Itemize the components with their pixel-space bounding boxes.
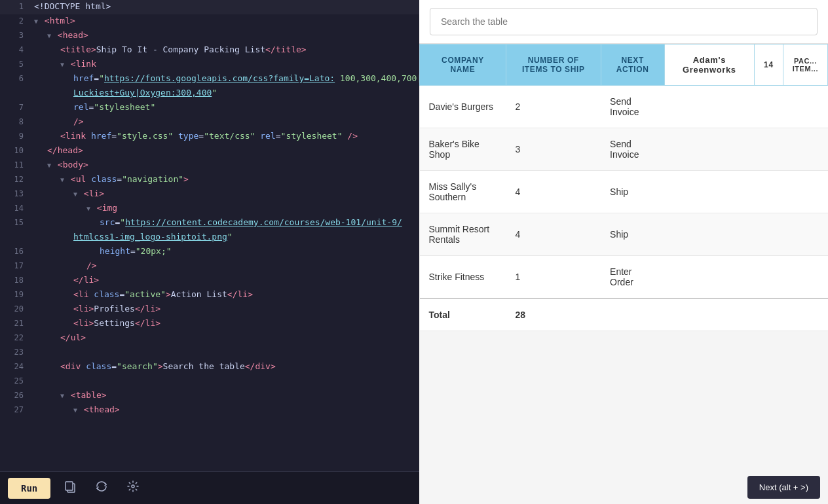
code-line: 15 src="https://content.codecademy.com/c…	[0, 216, 419, 230]
code-line: 9 <link href="style.css" type="text/css"…	[0, 130, 419, 144]
company-cell: Summit Resort Rentals	[420, 213, 506, 256]
copy-button[interactable]	[58, 477, 82, 499]
code-line: 11 ▼ <body>	[0, 158, 419, 173]
items-cell: 2	[506, 86, 601, 128]
action-cell: Enter Order	[601, 256, 664, 299]
col-header-company: COMPANY NAME	[420, 45, 506, 86]
table-container: COMPANY NAME NUMBER OF ITEMS TO SHIP NEX…	[419, 44, 828, 504]
extra-cell	[664, 256, 754, 299]
code-line: 25	[0, 374, 419, 389]
code-line: 18 </li>	[0, 274, 419, 288]
preview-panel: COMPANY NAME NUMBER OF ITEMS TO SHIP NEX…	[419, 0, 828, 504]
extra-cell	[664, 86, 754, 128]
bottom-toolbar: Run	[0, 471, 419, 504]
action-cell: Ship	[601, 171, 664, 213]
code-line: 17 />	[0, 259, 419, 274]
total-label: Total	[420, 298, 506, 331]
run-button[interactable]: Run	[8, 478, 50, 499]
search-input[interactable]	[430, 8, 818, 35]
code-line: 23	[0, 346, 419, 360]
code-line: 4 <title>Ship To It - Company Packing Li…	[0, 43, 419, 58]
extra-cell-2	[755, 213, 783, 256]
data-table: COMPANY NAME NUMBER OF ITEMS TO SHIP NEX…	[419, 44, 828, 331]
code-line: 8 />	[0, 115, 419, 130]
code-line: 14 ▼ <img	[0, 202, 419, 216]
code-line: 3 ▼ <head>	[0, 29, 419, 43]
company-cell: Strike Fitness	[420, 256, 506, 299]
table-row: Davie's Burgers2Send Invoice	[420, 86, 828, 128]
svg-point-2	[132, 485, 134, 488]
code-line: 19 <li class="active">Action List</li>	[0, 288, 419, 302]
extra-cell-2	[755, 128, 783, 171]
col-header-action: NEXT ACTION	[601, 45, 664, 86]
code-line: 7 rel="stylesheet"	[0, 101, 419, 115]
total-action	[601, 298, 664, 331]
code-line: 16 height="20px;"	[0, 245, 419, 259]
code-editor[interactable]: 1 <!DOCTYPE html> 2 ▼ <html> 3 ▼ <head> …	[0, 0, 419, 504]
next-btn-container: Next (alt + >)	[747, 476, 820, 499]
svg-rect-1	[66, 482, 73, 490]
items-cell: 1	[506, 256, 601, 299]
code-line: htmlcss1-img_logo-shiptoit.png"	[0, 230, 419, 245]
code-line: 10 </head>	[0, 144, 419, 158]
company-cell: Baker's Bike Shop	[420, 128, 506, 171]
action-cell: Send Invoice	[601, 128, 664, 171]
code-line: 26 ▼ <table>	[0, 389, 419, 403]
code-line: 6 href="https://fonts.googleapis.com/css…	[0, 72, 419, 86]
company-cell: Davie's Burgers	[420, 86, 506, 128]
code-line: Luckiest+Guy|Oxygen:300,400"	[0, 86, 419, 101]
table-row: Summit Resort Rentals4Ship	[420, 213, 828, 256]
items-cell: 3	[506, 128, 601, 171]
extra-cell-3	[783, 171, 827, 213]
extra-cell	[664, 128, 754, 171]
code-line: 1 <!DOCTYPE html>	[0, 0, 419, 14]
items-cell: 4	[506, 213, 601, 256]
code-line: 22 </ul>	[0, 331, 419, 346]
code-line: 21 <li>Settings</li>	[0, 317, 419, 331]
extra-cell-2	[755, 256, 783, 299]
extra-cell	[664, 171, 754, 213]
extra-cell-3	[783, 128, 827, 171]
table-row: Strike Fitness1Enter Order	[420, 256, 828, 299]
total-value: 28	[506, 298, 601, 331]
code-line: 12 ▼ <ul class="navigation">	[0, 173, 419, 187]
extra-cell-2	[755, 171, 783, 213]
col-header-extra: Adam's Greenworks	[664, 45, 754, 86]
next-button[interactable]: Next (alt + >)	[747, 476, 820, 499]
company-cell: Miss Sally's Southern	[420, 171, 506, 213]
extra-cell-3	[783, 86, 827, 128]
table-row: Miss Sally's Southern4Ship	[420, 171, 828, 213]
total-row: Total 28	[420, 298, 828, 331]
table-row: Baker's Bike Shop3Send Invoice	[420, 128, 828, 171]
col-header-items: NUMBER OF ITEMS TO SHIP	[506, 45, 601, 86]
col-header-extra2: 14	[755, 45, 783, 86]
extra-cell-3	[783, 213, 827, 256]
settings-button[interactable]	[121, 477, 145, 499]
search-bar-container	[419, 0, 828, 44]
refresh-button[interactable]	[90, 477, 113, 499]
extra-cell	[664, 213, 754, 256]
action-cell: Ship	[601, 213, 664, 256]
extra-cell-3	[783, 256, 827, 299]
extra-cell-2	[755, 86, 783, 128]
code-line: 2 ▼ <html>	[0, 14, 419, 29]
code-line: 20 <li>Profiles</li>	[0, 302, 419, 317]
items-cell: 4	[506, 171, 601, 213]
code-line: 24 <div class="search">Search the table<…	[0, 360, 419, 374]
code-line: 5 ▼ <link	[0, 58, 419, 72]
code-line: 13 ▼ <li>	[0, 187, 419, 202]
col-header-extra3: Pac...Item...	[783, 45, 827, 86]
action-cell: Send Invoice	[601, 86, 664, 128]
code-line: 27 ▼ <thead>	[0, 403, 419, 418]
